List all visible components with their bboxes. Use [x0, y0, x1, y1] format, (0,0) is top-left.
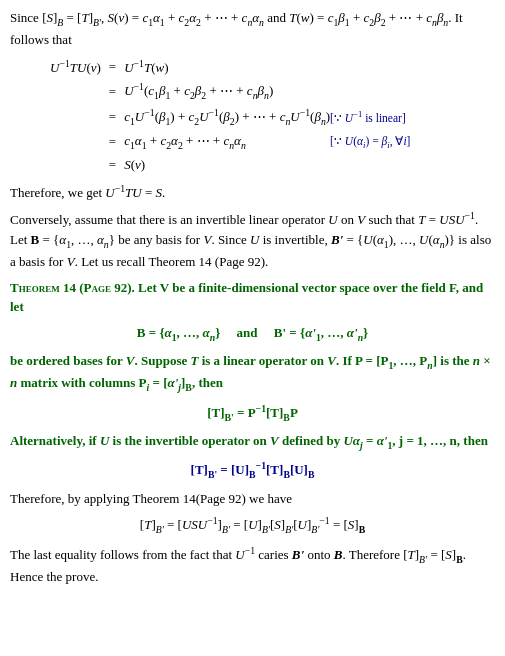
therefore-text: Therefore, we get U−1TU = S. — [10, 182, 495, 203]
deriv-row-4: = c1α1 + c2α2 + ⋯ + cnαn [∵ U(αi) = βi, … — [50, 130, 410, 154]
applying-formula: [T]B' = [USU−1]B' = [U]B'[S]B'[U]B'−1 = … — [10, 514, 495, 538]
theorem-math: B = {α1, …, αn} and B' = {α'1, …, α'n} — [10, 323, 495, 345]
conversely-paragraph: Conversely, assume that there is an inve… — [10, 209, 495, 272]
theorem-cont: be ordered bases for V. Suppose T is a l… — [10, 351, 495, 395]
theorem-block: Theorem 14 (Page 92). Let V be a finite-… — [10, 278, 495, 483]
derivation-block: U−1TU(v) = U−1T(w) = U−1(c1β1 + c2β2 + ⋯… — [10, 56, 495, 177]
deriv-row-5: = S(v) — [50, 154, 410, 176]
last-equality-text: The last equality follows from the fact … — [10, 544, 495, 587]
applying-theorem-paragraph: Therefore, by applying Theorem 14(Page 9… — [10, 489, 495, 538]
deriv-row-2: = U−1(c1β1 + c2β2 + ⋯ + cnβn) — [50, 79, 410, 104]
therefore-paragraph: Therefore, we get U−1TU = S. — [10, 182, 495, 203]
intro-text: Since [S]B = [T]B', S(v) = c1α1 + c2α2 +… — [10, 8, 495, 50]
conversely-text: Conversely, assume that there is an inve… — [10, 209, 495, 272]
theorem-alternatively: Alternatively, if U is the invertible op… — [10, 431, 495, 453]
theorem-formula-1: [T]B' = P−1[T]BP — [10, 401, 495, 425]
deriv-row-1: U−1TU(v) = U−1T(w) — [50, 56, 410, 79]
intro-paragraph: Since [S]B = [T]B', S(v) = c1α1 + c2α2 +… — [10, 8, 495, 50]
theorem-title: Theorem 14 (Page 92). — [10, 280, 135, 295]
deriv-row-3: = c1U−1(β1) + c2U−1(β2) + ⋯ + cnU−1(βn) … — [50, 105, 410, 130]
last-equality-paragraph: The last equality follows from the fact … — [10, 544, 495, 587]
applying-theorem-text: Therefore, by applying Theorem 14(Page 9… — [10, 489, 495, 509]
theorem-formula-2: [T]B' = [U]B−1[T]B[U]B — [10, 459, 495, 483]
main-content: Since [S]B = [T]B', S(v) = c1α1 + c2α2 +… — [10, 8, 495, 587]
theorem-header: Theorem 14 (Page 92). Let V be a finite-… — [10, 278, 495, 317]
